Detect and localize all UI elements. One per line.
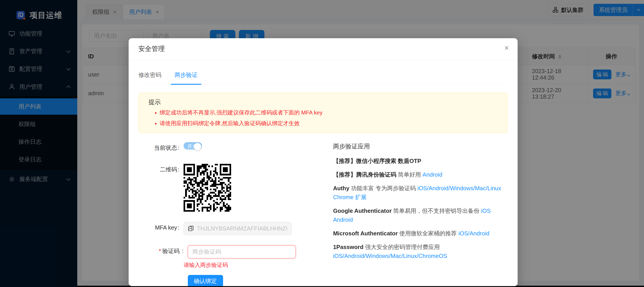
app-description: 简单易用，但不支持密钥导出备份 xyxy=(392,208,481,214)
app-window: 项目运维 功能管理资产管理配置管理用户管理用户列表权限组操作日志登录日志服务端配… xyxy=(0,0,644,287)
required-mark: * xyxy=(159,248,161,254)
app-platform-link[interactable]: Chrome 扩展 xyxy=(333,194,367,200)
status-toggle[interactable]: 开启中 xyxy=(184,142,202,150)
auth-app-item: Authy 功能丰富 专为两步验证码 iOS/Android/Windows/M… xyxy=(333,184,508,202)
auth-app-item: Microsoft Authenticator 使用微软全家桶的推荐 iOS/A… xyxy=(333,229,508,238)
tab-two-step-verification[interactable]: 两步验证 xyxy=(174,66,198,84)
auth-app-item: Google Authenticator 简单易用，但不支持密钥导出备份 iOS… xyxy=(333,206,508,224)
copy-icon[interactable] xyxy=(188,225,194,231)
tips-alert: 提示 绑定成功后将不再显示,强烈建议保存此二维码或者下面的 MFA key请使用… xyxy=(138,93,508,133)
app-description: 强大安全的密码管理付费应用 xyxy=(364,244,440,250)
qr-code xyxy=(184,164,231,211)
app-name: Google Authenticator xyxy=(333,208,392,214)
alert-title: 提示 xyxy=(148,98,498,106)
two-step-form: 当前状态 开启中 二维码 xyxy=(138,142,323,286)
auth-apps-panel: 两步验证应用 【推荐】微信小程序搜索 数盾OTP【推荐】腾讯身份验证码 简单好用… xyxy=(323,142,508,286)
alert-bullet: 绑定成功后将不再显示,强烈建议保存此二维码或者下面的 MFA key xyxy=(160,109,498,117)
auth-app-item: 1Password 强大安全的密码管理付费应用 iOS/Android/Wind… xyxy=(333,242,508,261)
auth-apps-list: 【推荐】微信小程序搜索 数盾OTP【推荐】腾讯身份验证码 简单好用 Androi… xyxy=(333,156,508,260)
app-platform-link[interactable]: Android xyxy=(422,171,442,178)
app-name: 1Password xyxy=(333,244,364,250)
app-name: 【推荐】微信小程序搜索 数盾OTP xyxy=(333,158,421,164)
status-row: 当前状态 开启中 xyxy=(138,142,323,154)
app-name: Microsoft Authenticator xyxy=(333,230,398,236)
code-row: *验证码 xyxy=(138,245,323,259)
security-modal: 安全管理 × 修改密码 两步验证 提示 绑定成功后将不再显示,强烈建议保存此二维… xyxy=(128,38,518,286)
status-label: 当前状态 xyxy=(138,142,180,154)
verification-code-input[interactable] xyxy=(188,245,296,259)
toggle-knob xyxy=(194,143,201,150)
app-platform-link[interactable]: iOS/Android/Windows/Mac/Linux xyxy=(417,185,501,191)
auth-apps-title: 两步验证应用 xyxy=(333,142,508,150)
app-name: Authy xyxy=(333,185,350,191)
mfa-key-row: MFA key THJLNYBSARNMZAFFIABLHHNZCOOD xyxy=(138,222,323,235)
app-name: 【推荐】腾讯身份验证码 xyxy=(333,171,396,178)
modal-tabs: 修改密码 两步验证 xyxy=(138,66,508,85)
modal-close-icon[interactable]: × xyxy=(504,44,509,52)
app-platform-link[interactable]: iOS/Android xyxy=(458,230,490,236)
tab-change-password[interactable]: 修改密码 xyxy=(138,66,162,84)
alert-bullet: 请使用应用扫码绑定令牌,然后输入验证码确认绑定才生效 xyxy=(160,119,498,128)
auth-app-item: 【推荐】腾讯身份验证码 简单好用 Android xyxy=(333,170,508,179)
code-error-message: 请输入两步验证码 xyxy=(184,261,323,269)
qr-row: 二维码 xyxy=(138,164,323,211)
mfa-key-field[interactable]: THJLNYBSARNMZAFFIABLHHNZCOOD xyxy=(184,222,292,235)
confirm-bind-button[interactable]: 确认绑定 xyxy=(188,275,223,286)
app-description: 功能丰富 专为两步验证码 xyxy=(350,185,418,191)
auth-app-item: 【推荐】微信小程序搜索 数盾OTP xyxy=(333,156,508,165)
app-platform-link[interactable]: iOS/Android/Windows/Mac/Linux/ChromeOS xyxy=(333,253,447,259)
app-description: 简单好用 xyxy=(396,171,422,178)
code-label: *验证码 xyxy=(138,245,184,259)
mfa-key-value: THJLNYBSARNMZAFFIABLHHNZCOOD xyxy=(197,225,288,232)
mfa-key-label: MFA key xyxy=(138,222,180,235)
alert-bullet-list: 绑定成功后将不再显示,强烈建议保存此二维码或者下面的 MFA key请使用应用扫… xyxy=(148,109,498,128)
modal-header: 安全管理 xyxy=(128,38,518,60)
qr-label: 二维码 xyxy=(138,164,180,211)
modal-title: 安全管理 xyxy=(138,45,165,53)
modal-body: 修改密码 两步验证 提示 绑定成功后将不再显示,强烈建议保存此二维码或者下面的 … xyxy=(128,66,518,286)
app-description: 使用微软全家桶的推荐 xyxy=(398,230,458,236)
